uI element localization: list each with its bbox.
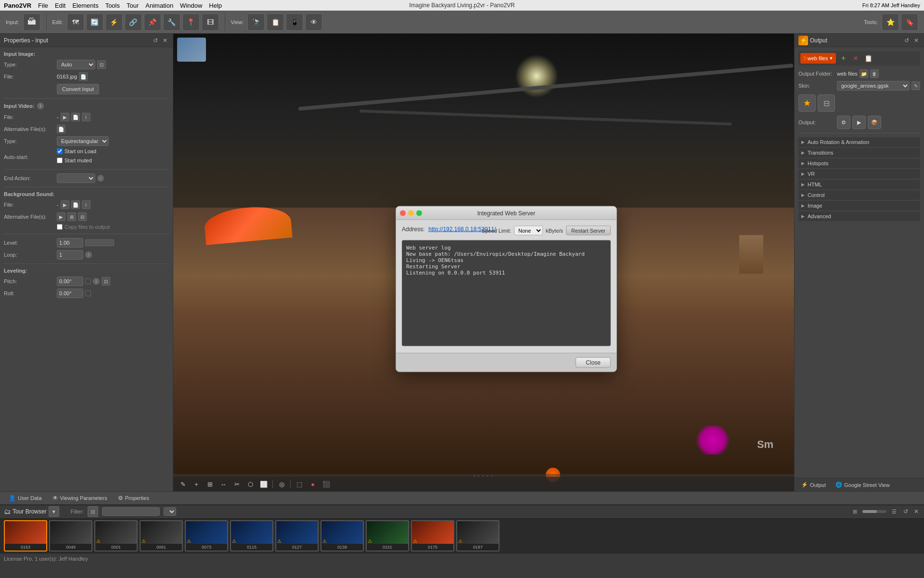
menu-elements[interactable]: Elements xyxy=(72,2,98,9)
edit-btn-3[interactable]: ⚡ xyxy=(105,13,123,31)
output-add-btn[interactable]: + xyxy=(838,53,848,64)
dialog-log-textarea[interactable] xyxy=(402,240,611,346)
video-file-info-btn[interactable]: i xyxy=(82,113,90,121)
filmstrip-settings-btn[interactable]: ↺ xyxy=(902,508,910,515)
start-muted-checkbox[interactable] xyxy=(57,158,63,163)
filter-type-btn[interactable]: ⊡ xyxy=(88,506,98,517)
menu-tour[interactable]: Tour xyxy=(127,2,139,9)
viewport-polygon-btn[interactable]: ⬡ xyxy=(244,478,256,490)
filter-dropdown[interactable] xyxy=(164,507,176,516)
output-copy-btn[interactable]: 📋 xyxy=(863,53,873,64)
start-on-load-checkbox[interactable] xyxy=(57,148,63,154)
edit-btn-8[interactable]: 🎞 xyxy=(202,13,219,31)
viewport-cut-btn[interactable]: ✂ xyxy=(231,478,243,490)
viewport-drag-handle[interactable]: • • • • • xyxy=(173,474,794,477)
view-btn-3[interactable]: 📱 xyxy=(286,13,303,31)
dialog-close-action-btn[interactable]: Close xyxy=(576,357,611,368)
viewport-link-btn[interactable]: ↔ xyxy=(218,478,229,490)
advanced-header[interactable]: ▶ Advanced xyxy=(798,211,920,221)
bg-alt-info-btn[interactable]: ⊟ xyxy=(78,212,87,221)
hotspots-header[interactable]: ▶ Hotspots xyxy=(798,158,920,168)
menu-window[interactable]: Window xyxy=(180,2,202,9)
filmstrip-item[interactable]: ⚠0151 xyxy=(366,520,409,552)
type-icon-btn[interactable]: ⊡ xyxy=(97,60,106,69)
filmstrip-item[interactable]: ⚠0175 xyxy=(411,520,454,552)
auto-rotation-header[interactable]: ▶ Auto Rotation & Animation xyxy=(798,137,920,147)
tab-user-data[interactable]: 👤 User Data xyxy=(4,493,47,503)
view-btn-4[interactable]: 👁 xyxy=(305,13,322,31)
dialog-restart-btn[interactable]: Restart Server xyxy=(566,226,611,236)
pitch-info-icon[interactable]: i xyxy=(93,278,100,285)
type-select[interactable]: Auto xyxy=(57,60,95,69)
edit-btn-2[interactable]: 🔄 xyxy=(86,13,103,31)
output-play-icon-btn[interactable]: ▶ xyxy=(852,116,866,129)
tools-btn-1[interactable]: ⭐ xyxy=(882,13,899,31)
dialog-min-traffic-btn[interactable] xyxy=(408,210,414,216)
video-file-browse-btn[interactable]: 📄 xyxy=(71,113,80,121)
dialog-close-traffic-btn[interactable] xyxy=(400,210,406,216)
html-header[interactable]: ▶ HTML xyxy=(798,180,920,189)
output-close-btn[interactable]: ✕ xyxy=(912,37,920,44)
skin-edit-btn[interactable]: ✎ xyxy=(911,81,920,90)
left-panel-close-btn[interactable]: ✕ xyxy=(161,37,169,44)
menu-edit[interactable]: Edit xyxy=(55,2,65,9)
alt-files-browse-btn[interactable]: 📄 xyxy=(57,125,65,133)
edit-btn-5[interactable]: 📌 xyxy=(144,13,161,31)
roll-input[interactable] xyxy=(57,289,83,298)
edit-btn-1[interactable]: 🗺 xyxy=(67,13,84,31)
menu-animation[interactable]: Animation xyxy=(145,2,173,9)
menu-help[interactable]: Help xyxy=(209,2,222,9)
filmstrip-item[interactable]: ⚠0001 xyxy=(94,520,138,552)
level-slider[interactable] xyxy=(85,239,114,246)
view-btn-1[interactable]: 🔭 xyxy=(247,13,265,31)
dialog-speed-select[interactable]: None xyxy=(514,226,543,236)
filmstrip-close-btn[interactable]: ✕ xyxy=(912,508,920,515)
filmstrip-item[interactable]: ⚠0187 xyxy=(456,520,500,552)
input-btn-1[interactable]: 🏔 xyxy=(23,13,40,31)
tour-browser-dropdown-btn[interactable]: ▼ xyxy=(49,506,59,517)
filmstrip-item[interactable]: ⚠0073 xyxy=(185,520,228,552)
viewport-rect-btn[interactable]: ⬜ xyxy=(258,478,270,490)
viewport-rec-btn[interactable]: ● xyxy=(307,478,319,490)
pitch-reset-btn[interactable]: ⊡ xyxy=(102,277,110,286)
left-panel-refresh-btn[interactable]: ↺ xyxy=(152,37,159,44)
video-type-select[interactable]: Equirectangular xyxy=(57,136,109,146)
google-street-view-btn[interactable]: 🌐 Google Street View xyxy=(833,481,893,489)
filmstrip-grid-view-btn[interactable]: ⊞ xyxy=(850,507,860,516)
bg-browse-btn[interactable]: 📄 xyxy=(71,200,80,209)
view-btn-2[interactable]: 📋 xyxy=(267,13,284,31)
viewport-stop-btn[interactable]: ⬛ xyxy=(321,478,332,490)
filter-input[interactable] xyxy=(102,507,160,516)
menu-file[interactable]: File xyxy=(38,2,48,9)
output-settings-icon-btn[interactable]: ⚙ xyxy=(837,116,850,129)
bg-info-btn[interactable]: i xyxy=(82,200,90,209)
filmstrip-item[interactable]: ⚠0061 xyxy=(140,520,183,552)
viewport-add-btn[interactable]: + xyxy=(191,478,202,490)
skin-preview-star[interactable]: ★ xyxy=(798,94,816,112)
menu-tools[interactable]: Tools xyxy=(105,2,120,9)
level-input[interactable] xyxy=(57,238,83,248)
filmstrip-list-view-btn[interactable]: ☰ xyxy=(889,507,899,516)
control-header[interactable]: ▶ Control xyxy=(798,190,920,200)
output-folder-browse-btn[interactable]: 📁 xyxy=(860,69,868,78)
output-delete-btn[interactable]: ✕ xyxy=(850,53,861,64)
input-video-info-icon[interactable]: i xyxy=(37,103,44,109)
end-action-info-icon[interactable]: i xyxy=(97,175,104,182)
vr-header[interactable]: ▶ VR xyxy=(798,169,920,179)
pitch-stepper-up[interactable] xyxy=(85,278,91,284)
video-file-play-btn[interactable]: ▶ xyxy=(61,113,69,121)
output-settings-btn[interactable]: ↺ xyxy=(903,37,911,44)
output-folder-clear-btn[interactable]: 🗑 xyxy=(870,69,879,78)
edit-btn-6[interactable]: 🔧 xyxy=(163,13,180,31)
output-export-icon-btn[interactable]: 📦 xyxy=(868,116,881,129)
dialog-max-traffic-btn[interactable] xyxy=(416,210,422,216)
file-browse-btn[interactable]: 📄 xyxy=(79,72,88,81)
webfiles-dropdown[interactable]: 5 web files ▼ xyxy=(800,53,836,64)
loop-info-icon[interactable]: i xyxy=(85,251,92,258)
loop-input[interactable] xyxy=(57,250,83,260)
filmstrip-item[interactable]: 0163 xyxy=(4,520,47,552)
end-action-select[interactable] xyxy=(57,173,95,183)
transitions-header[interactable]: ▶ Transitions xyxy=(798,148,920,158)
copy-files-checkbox[interactable] xyxy=(57,224,63,230)
image-header[interactable]: ▶ Image xyxy=(798,201,920,210)
